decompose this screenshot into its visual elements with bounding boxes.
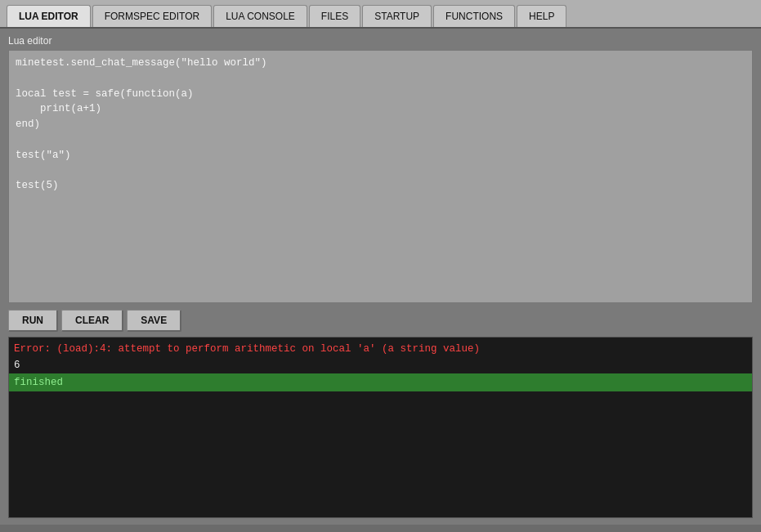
- tab-help[interactable]: HELP: [517, 5, 566, 27]
- button-row: RUN CLEAR SAVE: [8, 310, 753, 332]
- tab-files[interactable]: FILES: [309, 5, 360, 27]
- run-button[interactable]: RUN: [8, 310, 58, 332]
- output-finished-line: finished: [9, 373, 752, 391]
- code-editor[interactable]: minetest.send_chat_message("hello world"…: [8, 50, 753, 303]
- tab-functions[interactable]: FUNCTIONS: [433, 5, 515, 27]
- output-error-line: Error: (load):4: attempt to perform arit…: [14, 343, 480, 355]
- save-button[interactable]: SAVE: [127, 310, 181, 332]
- tab-lua-editor[interactable]: LUA EDITOR: [7, 5, 91, 27]
- output-number-line: 6: [14, 360, 20, 371]
- tab-lua-console[interactable]: LUA CONSOLE: [213, 5, 307, 27]
- tab-bar: LUA EDITORFORMSPEC EDITORLUA CONSOLEFILE…: [0, 0, 761, 29]
- output-area[interactable]: Error: (load):4: attempt to perform arit…: [8, 337, 753, 518]
- tab-startup[interactable]: STARTUP: [362, 5, 432, 27]
- clear-button[interactable]: CLEAR: [61, 310, 123, 332]
- main-content: Lua editor minetest.send_chat_message("h…: [0, 29, 761, 525]
- tab-formspec-editor[interactable]: FORMSPEC EDITOR: [92, 5, 212, 27]
- editor-label: Lua editor: [8, 35, 753, 47]
